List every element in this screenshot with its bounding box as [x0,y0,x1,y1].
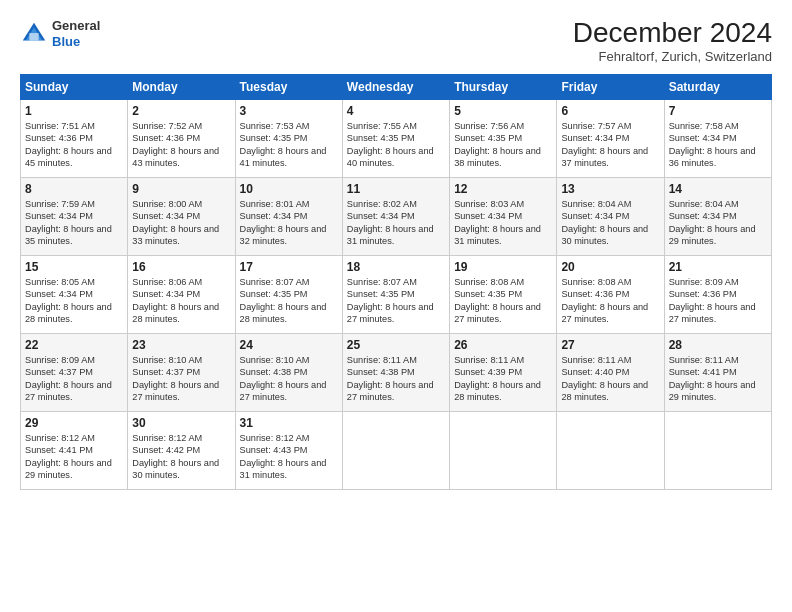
calendar-cell: 29Sunrise: 8:12 AMSunset: 4:41 PMDayligh… [21,411,128,489]
cell-content: Sunrise: 8:10 AMSunset: 4:38 PMDaylight:… [240,355,327,402]
calendar-cell: 26Sunrise: 8:11 AMSunset: 4:39 PMDayligh… [450,333,557,411]
day-number: 30 [132,416,230,430]
logo-icon [20,20,48,48]
day-number: 11 [347,182,445,196]
calendar-cell [557,411,664,489]
day-number: 25 [347,338,445,352]
week-row-3: 15Sunrise: 8:05 AMSunset: 4:34 PMDayligh… [21,255,772,333]
calendar-cell: 24Sunrise: 8:10 AMSunset: 4:38 PMDayligh… [235,333,342,411]
week-row-5: 29Sunrise: 8:12 AMSunset: 4:41 PMDayligh… [21,411,772,489]
day-number: 24 [240,338,338,352]
day-number: 21 [669,260,767,274]
week-row-4: 22Sunrise: 8:09 AMSunset: 4:37 PMDayligh… [21,333,772,411]
header: General Blue December 2024 Fehraltorf, Z… [20,18,772,64]
day-number: 31 [240,416,338,430]
cell-content: Sunrise: 8:10 AMSunset: 4:37 PMDaylight:… [132,355,219,402]
calendar-cell: 20Sunrise: 8:08 AMSunset: 4:36 PMDayligh… [557,255,664,333]
calendar-cell: 31Sunrise: 8:12 AMSunset: 4:43 PMDayligh… [235,411,342,489]
cell-content: Sunrise: 8:00 AMSunset: 4:34 PMDaylight:… [132,199,219,246]
calendar-cell: 27Sunrise: 8:11 AMSunset: 4:40 PMDayligh… [557,333,664,411]
calendar-cell: 9Sunrise: 8:00 AMSunset: 4:34 PMDaylight… [128,177,235,255]
day-number: 13 [561,182,659,196]
calendar-cell: 6Sunrise: 7:57 AMSunset: 4:34 PMDaylight… [557,99,664,177]
calendar-cell: 21Sunrise: 8:09 AMSunset: 4:36 PMDayligh… [664,255,771,333]
cell-content: Sunrise: 8:12 AMSunset: 4:42 PMDaylight:… [132,433,219,480]
cell-content: Sunrise: 8:11 AMSunset: 4:38 PMDaylight:… [347,355,434,402]
day-number: 20 [561,260,659,274]
cell-content: Sunrise: 8:01 AMSunset: 4:34 PMDaylight:… [240,199,327,246]
calendar-cell: 14Sunrise: 8:04 AMSunset: 4:34 PMDayligh… [664,177,771,255]
cell-content: Sunrise: 7:56 AMSunset: 4:35 PMDaylight:… [454,121,541,168]
week-row-2: 8Sunrise: 7:59 AMSunset: 4:34 PMDaylight… [21,177,772,255]
calendar-cell: 3Sunrise: 7:53 AMSunset: 4:35 PMDaylight… [235,99,342,177]
cell-content: Sunrise: 8:11 AMSunset: 4:40 PMDaylight:… [561,355,648,402]
calendar-cell: 1Sunrise: 7:51 AMSunset: 4:36 PMDaylight… [21,99,128,177]
calendar-page: General Blue December 2024 Fehraltorf, Z… [0,0,792,612]
day-header-thursday: Thursday [450,74,557,99]
day-header-wednesday: Wednesday [342,74,449,99]
svg-rect-2 [29,33,38,40]
cell-content: Sunrise: 7:53 AMSunset: 4:35 PMDaylight:… [240,121,327,168]
cell-content: Sunrise: 8:02 AMSunset: 4:34 PMDaylight:… [347,199,434,246]
cell-content: Sunrise: 8:08 AMSunset: 4:36 PMDaylight:… [561,277,648,324]
day-number: 18 [347,260,445,274]
cell-content: Sunrise: 8:06 AMSunset: 4:34 PMDaylight:… [132,277,219,324]
location: Fehraltorf, Zurich, Switzerland [573,49,772,64]
day-header-sunday: Sunday [21,74,128,99]
cell-content: Sunrise: 8:04 AMSunset: 4:34 PMDaylight:… [669,199,756,246]
calendar-cell [664,411,771,489]
cell-content: Sunrise: 8:12 AMSunset: 4:43 PMDaylight:… [240,433,327,480]
day-number: 27 [561,338,659,352]
day-number: 9 [132,182,230,196]
cell-content: Sunrise: 8:11 AMSunset: 4:39 PMDaylight:… [454,355,541,402]
day-number: 5 [454,104,552,118]
calendar-cell [450,411,557,489]
cell-content: Sunrise: 7:58 AMSunset: 4:34 PMDaylight:… [669,121,756,168]
cell-content: Sunrise: 8:07 AMSunset: 4:35 PMDaylight:… [240,277,327,324]
calendar-cell: 25Sunrise: 8:11 AMSunset: 4:38 PMDayligh… [342,333,449,411]
day-number: 19 [454,260,552,274]
cell-content: Sunrise: 7:59 AMSunset: 4:34 PMDaylight:… [25,199,112,246]
month-title: December 2024 [573,18,772,49]
logo: General Blue [20,18,100,49]
day-number: 1 [25,104,123,118]
week-row-1: 1Sunrise: 7:51 AMSunset: 4:36 PMDaylight… [21,99,772,177]
day-number: 29 [25,416,123,430]
calendar-cell: 10Sunrise: 8:01 AMSunset: 4:34 PMDayligh… [235,177,342,255]
cell-content: Sunrise: 7:57 AMSunset: 4:34 PMDaylight:… [561,121,648,168]
cell-content: Sunrise: 8:03 AMSunset: 4:34 PMDaylight:… [454,199,541,246]
calendar-cell: 16Sunrise: 8:06 AMSunset: 4:34 PMDayligh… [128,255,235,333]
day-number: 23 [132,338,230,352]
cell-content: Sunrise: 8:05 AMSunset: 4:34 PMDaylight:… [25,277,112,324]
day-header-friday: Friday [557,74,664,99]
day-number: 28 [669,338,767,352]
day-number: 4 [347,104,445,118]
day-header-tuesday: Tuesday [235,74,342,99]
day-number: 3 [240,104,338,118]
day-number: 6 [561,104,659,118]
calendar-cell: 13Sunrise: 8:04 AMSunset: 4:34 PMDayligh… [557,177,664,255]
calendar-cell: 19Sunrise: 8:08 AMSunset: 4:35 PMDayligh… [450,255,557,333]
calendar-cell: 30Sunrise: 8:12 AMSunset: 4:42 PMDayligh… [128,411,235,489]
cell-content: Sunrise: 8:12 AMSunset: 4:41 PMDaylight:… [25,433,112,480]
day-number: 26 [454,338,552,352]
day-number: 8 [25,182,123,196]
day-number: 15 [25,260,123,274]
calendar-cell: 4Sunrise: 7:55 AMSunset: 4:35 PMDaylight… [342,99,449,177]
cell-content: Sunrise: 7:55 AMSunset: 4:35 PMDaylight:… [347,121,434,168]
cell-content: Sunrise: 8:09 AMSunset: 4:36 PMDaylight:… [669,277,756,324]
day-header-saturday: Saturday [664,74,771,99]
cell-content: Sunrise: 7:51 AMSunset: 4:36 PMDaylight:… [25,121,112,168]
calendar-cell: 11Sunrise: 8:02 AMSunset: 4:34 PMDayligh… [342,177,449,255]
calendar-cell: 8Sunrise: 7:59 AMSunset: 4:34 PMDaylight… [21,177,128,255]
cell-content: Sunrise: 8:07 AMSunset: 4:35 PMDaylight:… [347,277,434,324]
day-header-monday: Monday [128,74,235,99]
day-number: 17 [240,260,338,274]
cell-content: Sunrise: 8:08 AMSunset: 4:35 PMDaylight:… [454,277,541,324]
day-number: 10 [240,182,338,196]
calendar-cell: 5Sunrise: 7:56 AMSunset: 4:35 PMDaylight… [450,99,557,177]
calendar-table: SundayMondayTuesdayWednesdayThursdayFrid… [20,74,772,490]
calendar-cell: 15Sunrise: 8:05 AMSunset: 4:34 PMDayligh… [21,255,128,333]
cell-content: Sunrise: 8:09 AMSunset: 4:37 PMDaylight:… [25,355,112,402]
day-number: 12 [454,182,552,196]
